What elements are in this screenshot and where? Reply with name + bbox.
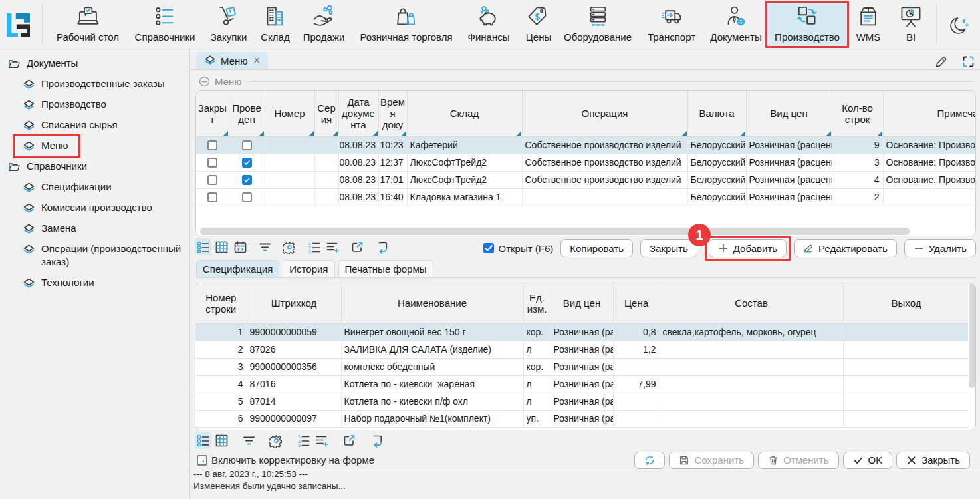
cell-doc-time[interactable]: 16:40 bbox=[378, 188, 407, 206]
toolbar-item-prices[interactable]: Цены bbox=[517, 1, 560, 47]
column-resize-marker[interactable] bbox=[373, 131, 378, 136]
cell-composition[interactable]: свекла,картофель, морковь, огурец bbox=[660, 323, 843, 341]
cell-name[interactable]: Набор подарочный №1(комплект) bbox=[341, 410, 523, 427]
cell-doc-time[interactable]: 10:23 bbox=[378, 136, 407, 154]
cell-currency[interactable]: Белорусский рубль bbox=[687, 154, 746, 171]
table-row[interactable]: 08.08.2317:01ЛюксСофтТрейд2Собственное п… bbox=[196, 171, 975, 188]
grid-toolbar-filter-button[interactable] bbox=[241, 432, 257, 449]
grid-toolbar-export-button[interactable] bbox=[349, 238, 365, 255]
cell-price-type[interactable]: Розничная (расценка) bbox=[551, 323, 613, 341]
table-row[interactable]: 487016Котлета по - киевски жаренаялРозни… bbox=[195, 375, 968, 393]
column-resize-marker[interactable] bbox=[402, 131, 406, 136]
cell-number[interactable] bbox=[265, 171, 314, 188]
edit-button[interactable]: Редактировать bbox=[794, 239, 897, 257]
cell-unit[interactable]: уп. bbox=[523, 410, 551, 427]
column-resize-marker[interactable] bbox=[826, 131, 831, 136]
adjust-checkbox[interactable] bbox=[197, 455, 207, 466]
grid-toolbar-export-button[interactable] bbox=[341, 432, 357, 449]
cell-note[interactable]: Основание: Производственный заказ bbox=[883, 136, 975, 154]
cell-doc-date[interactable]: 08.08.23 bbox=[338, 171, 378, 188]
cell-unit[interactable]: кор. bbox=[523, 358, 551, 375]
tab-close-icon[interactable]: × bbox=[254, 55, 260, 67]
table-row[interactable]: 19900000000059Винегрет овощной вес 150 г… bbox=[195, 323, 968, 341]
cell-note[interactable] bbox=[883, 188, 975, 206]
cell-warehouse[interactable]: Кафетерий bbox=[407, 136, 522, 154]
cell-currency[interactable]: Белорусский рубль bbox=[687, 188, 746, 206]
column-header-series[interactable]: Серия bbox=[314, 91, 338, 136]
column-resize-marker[interactable] bbox=[309, 131, 314, 136]
column-header-number[interactable]: Номер bbox=[265, 91, 314, 136]
pencil-icon[interactable] bbox=[934, 55, 948, 69]
checkbox-unchecked[interactable] bbox=[242, 192, 252, 202]
copy-button[interactable]: Копировать bbox=[560, 239, 633, 257]
cell-currency[interactable]: Белорусский рубль bbox=[687, 171, 746, 188]
toolbar-item-transport[interactable]: Транспорт bbox=[639, 1, 704, 47]
cell-name[interactable]: Котлета по - киевски жареная bbox=[341, 375, 523, 393]
cell-posted[interactable] bbox=[229, 154, 265, 171]
cell-unit[interactable]: л bbox=[523, 393, 551, 410]
sidebar-section-documents[interactable]: Документы bbox=[0, 53, 189, 74]
horizontal-scrollbar[interactable] bbox=[196, 227, 975, 236]
cell-series[interactable] bbox=[314, 154, 338, 171]
column-header-posted[interactable]: Проведен bbox=[229, 91, 265, 136]
app-logo-icon[interactable] bbox=[7, 13, 30, 35]
cell-warehouse[interactable]: ЛюксСофтТрейд2 bbox=[407, 154, 522, 171]
toolbar-item-purchases[interactable]: Закупки bbox=[202, 1, 256, 47]
cell-output[interactable] bbox=[843, 375, 968, 393]
cancel-button[interactable]: Отменить bbox=[758, 452, 839, 469]
toolbar-item-finance[interactable]: Финансы bbox=[459, 1, 519, 47]
delete-button[interactable]: Удалить bbox=[904, 239, 976, 257]
grid-toolbar-reimport-button[interactable] bbox=[368, 432, 384, 449]
detail-tab-history[interactable]: История bbox=[283, 260, 334, 277]
column-resize-marker[interactable] bbox=[333, 131, 338, 136]
cell-unit[interactable]: л bbox=[523, 341, 551, 358]
column-header-barcode[interactable]: Штрихкод bbox=[247, 283, 341, 323]
grid-toolbar-list-view-button[interactable] bbox=[195, 432, 211, 449]
column-resize-marker[interactable] bbox=[517, 131, 521, 136]
cell-line-no[interactable]: 2 bbox=[195, 341, 247, 358]
fullscreen-icon[interactable] bbox=[961, 55, 975, 69]
cell-number[interactable] bbox=[265, 188, 314, 206]
cell-name[interactable]: Котлета по - киевски п/ф охл bbox=[341, 393, 523, 410]
close-button[interactable]: Закрыть bbox=[896, 452, 970, 469]
table-row[interactable]: 69900000000097Набор подарочный №1(компле… bbox=[195, 410, 968, 427]
cell-series[interactable] bbox=[314, 136, 338, 154]
column-header-output[interactable]: Выход bbox=[843, 283, 968, 323]
cell-barcode[interactable]: 87026 bbox=[247, 341, 341, 358]
checkbox-checked[interactable] bbox=[242, 175, 252, 185]
column-header-unit[interactable]: Ед. изм. bbox=[523, 283, 551, 323]
table-row[interactable]: 287026ЗАЛИВКА ДЛЯ САЛАТА (изделие)лРозни… bbox=[195, 341, 968, 358]
table-row[interactable]: 08.08.2310:23КафетерийСобственное произв… bbox=[196, 136, 975, 154]
cell-operation[interactable]: Собственное производство изделий bbox=[522, 171, 687, 188]
cell-price-type[interactable]: Розничная (расценка) bbox=[746, 188, 832, 206]
column-header-price-type[interactable]: Вид цен bbox=[746, 91, 832, 136]
cell-composition[interactable] bbox=[660, 393, 843, 410]
column-header-closed[interactable]: Закрыт bbox=[196, 91, 229, 136]
cell-note[interactable]: Основание: Производственный заказ bbox=[883, 154, 975, 171]
cell-price[interactable] bbox=[613, 358, 660, 375]
cell-barcode[interactable]: 9900000000059 bbox=[247, 323, 341, 341]
cell-barcode[interactable]: 9900000000097 bbox=[247, 410, 341, 427]
ok-button[interactable]: OK bbox=[843, 452, 893, 469]
checkbox-unchecked[interactable] bbox=[242, 140, 252, 150]
toolbar-item-production[interactable]: Производство bbox=[766, 1, 848, 47]
theme-toggle-button[interactable] bbox=[946, 14, 971, 39]
checkbox-unchecked[interactable] bbox=[207, 175, 217, 185]
cell-operation[interactable]: Собственное производство изделий bbox=[522, 154, 687, 171]
sidebar-item-raw-writeoffs[interactable]: Списания сырья bbox=[0, 115, 189, 136]
cell-closed[interactable] bbox=[196, 154, 229, 171]
table-row[interactable]: 39900000000356комплекс обеденныйкор.Розн… bbox=[195, 358, 968, 375]
cell-price-type[interactable]: Розничная (расценка) bbox=[551, 393, 613, 410]
cell-barcode[interactable]: 87014 bbox=[247, 393, 341, 410]
grid-toolbar-settings-button[interactable] bbox=[268, 432, 284, 449]
add-button[interactable]: Добавить bbox=[709, 239, 787, 257]
column-header-doc-date[interactable]: Дата документа bbox=[338, 91, 378, 136]
toolbar-item-equipment[interactable]: Оборудование bbox=[555, 1, 640, 47]
cell-unit[interactable]: кор. bbox=[523, 323, 551, 341]
cell-price[interactable]: 0,8 bbox=[613, 323, 660, 341]
cell-price-type[interactable]: Розничная (расценка) bbox=[746, 171, 832, 188]
cell-operation[interactable] bbox=[522, 188, 687, 206]
cell-price-type[interactable]: Розничная (расценка) bbox=[746, 136, 832, 154]
grid-toolbar-numbered-list-button[interactable]: 123 bbox=[306, 238, 322, 255]
cell-posted[interactable] bbox=[229, 136, 265, 154]
